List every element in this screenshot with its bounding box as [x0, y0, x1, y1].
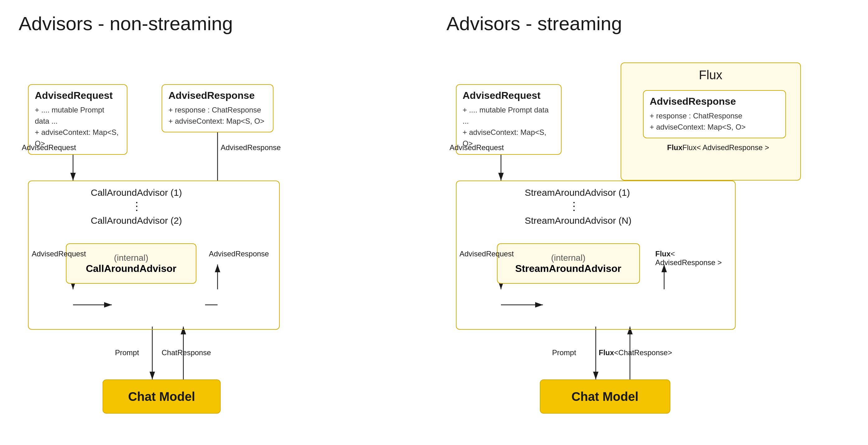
right-ar-line1: + .... mutable Prompt data ... — [463, 104, 555, 127]
left-resp-label2: AdvisedResponse — [209, 250, 269, 258]
right-ar-label2: AdvisedRequest — [460, 250, 514, 258]
left-aresp-line2: + adviseContext: Map<S, O> — [168, 116, 267, 127]
left-ar-content: + .... mutable Prompt data ... + adviseC… — [35, 104, 121, 149]
right-diagram-body: Flux AdvisedResponse + response : ChatRe… — [446, 53, 819, 445]
right-ar-content: + .... mutable Prompt data ... + adviseC… — [463, 104, 555, 149]
left-resp-label1: AdvisedResponse — [221, 143, 281, 152]
left-caa1-label: CallAroundAdvisor (1) — [91, 187, 182, 198]
left-inner-label1: (internal) — [114, 253, 148, 263]
left-ar-label2: AdvisedRequest — [32, 250, 86, 258]
right-flux-bold2: Flux — [655, 250, 671, 258]
right-aresp-inner-line1: + response : ChatResponse — [650, 110, 779, 122]
right-inner-advisor-box: (internal) StreamAroundAdvisor — [497, 243, 640, 284]
left-inner-label2: CallAroundAdvisor — [86, 263, 177, 275]
right-flux-label-text1: Flux< AdvisedResponse > — [682, 143, 769, 152]
right-ar-title: AdvisedRequest — [463, 90, 555, 101]
right-inner-label1: (internal) — [551, 253, 585, 263]
left-ar-line1: + .... mutable Prompt data ... — [35, 104, 121, 127]
right-aresp-inner-content: + response : ChatResponse + adviseContex… — [650, 110, 779, 133]
left-dots: ⋮ — [131, 200, 142, 213]
left-caa2-label: CallAroundAdvisor (2) — [91, 215, 182, 226]
right-ar-label1: AdvisedRequest — [450, 143, 504, 152]
left-diagram-body: AdvisedRequest + .... mutable Prompt dat… — [19, 53, 361, 445]
left-ar-label1: AdvisedRequest — [22, 143, 76, 152]
right-outer-advisor-box: StreamAroundAdvisor (1) ⋮ StreamAroundAd… — [456, 181, 736, 330]
left-ar-title: AdvisedRequest — [35, 90, 121, 101]
left-aresp-title: AdvisedResponse — [168, 90, 267, 101]
left-outer-advisor-box: CallAroundAdvisor (1) ⋮ CallAroundAdviso… — [28, 181, 280, 330]
right-saa1-label: StreamAroundAdvisor (1) — [525, 187, 630, 198]
diagrams-container: Advisors - non-streaming — [19, 12, 849, 445]
right-diagram-title: Advisors - streaming — [446, 12, 850, 34]
right-dots: ⋮ — [568, 200, 580, 213]
right-diagram: Advisors - streaming — [446, 12, 850, 445]
right-flux-bold1: Flux — [667, 143, 682, 152]
right-aresp-inner-title: AdvisedResponse — [650, 96, 779, 107]
left-chatresp-label: ChatResponse — [162, 348, 211, 357]
right-advised-response-inner-box: AdvisedResponse + response : ChatRespons… — [643, 90, 786, 138]
right-flux-bold3: Flux — [599, 348, 614, 357]
right-saa2-label: StreamAroundAdvisor (N) — [525, 215, 631, 226]
right-chat-model-box: Chat Model — [540, 379, 670, 414]
right-flux-outer-box: Flux AdvisedResponse + response : ChatRe… — [621, 62, 801, 181]
left-chat-model-label: Chat Model — [128, 390, 195, 404]
left-aresp-content: + response : ChatResponse + adviseContex… — [168, 104, 267, 127]
left-diagram: Advisors - non-streaming — [19, 12, 422, 445]
left-diagram-title: Advisors - non-streaming — [19, 12, 422, 34]
right-aresp-inner-line2: + adviseContext: Map<S, O> — [650, 122, 779, 133]
right-chat-model-label: Chat Model — [571, 390, 639, 404]
right-inner-label2: StreamAroundAdvisor — [515, 263, 621, 275]
right-resp-label1: FluxFlux< AdvisedResponse > — [667, 143, 769, 152]
right-flux-label: Flux — [627, 68, 794, 82]
left-prompt-label: Prompt — [115, 348, 139, 357]
left-chat-model-box: Chat Model — [102, 379, 221, 414]
left-aresp-line1: + response : ChatResponse — [168, 104, 267, 116]
right-fluxresp-label: Flux<ChatResponse> — [599, 348, 672, 357]
right-prompt-label: Prompt — [552, 348, 576, 357]
left-advised-response-box: AdvisedResponse + response : ChatRespons… — [162, 84, 274, 132]
right-resp-label2: Flux< AdvisedResponse > — [655, 250, 735, 267]
